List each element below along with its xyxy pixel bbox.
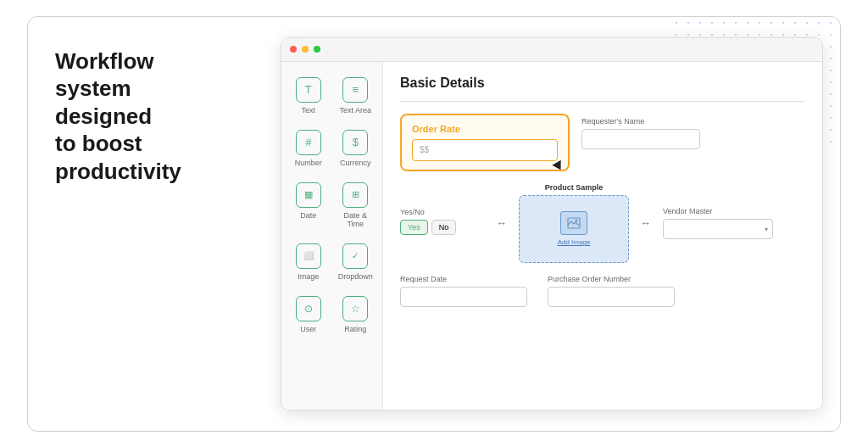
vendor-master-label: Vendor Master bbox=[663, 207, 773, 215]
sidebar-label-image: Image bbox=[298, 272, 319, 281]
number-icon: # bbox=[296, 130, 321, 155]
headline-line2: to boost productivity bbox=[55, 131, 181, 184]
sidebar-label-number: Number bbox=[295, 159, 322, 167]
yes-no-group: Yes/No Yes No bbox=[400, 208, 485, 238]
app-mockup: T Text ≡ Text Area # Number $ Currency bbox=[281, 37, 823, 411]
svg-point-1 bbox=[576, 220, 578, 222]
yes-no-label: Yes/No bbox=[400, 208, 485, 216]
no-button[interactable]: No bbox=[431, 220, 457, 235]
yes-button[interactable]: Yes bbox=[400, 220, 428, 235]
rating-icon: ☆ bbox=[342, 296, 368, 321]
requester-name-input[interactable] bbox=[581, 129, 700, 149]
window-chrome bbox=[281, 38, 822, 62]
requester-name-group: Requester's Name bbox=[581, 114, 717, 149]
image-placeholder-icon bbox=[560, 211, 587, 235]
text-icon: T bbox=[296, 77, 321, 103]
request-date-group: Request Date bbox=[400, 275, 536, 307]
order-rate-box: Order Rate $ bbox=[400, 114, 570, 171]
form-row-2: Yes/No Yes No ↔ Product Sample bbox=[400, 183, 805, 263]
chrome-minimize-dot bbox=[302, 46, 309, 53]
purchase-order-group: Purchase Order Number bbox=[548, 275, 683, 307]
sidebar-label-dropdown: Dropdown bbox=[338, 272, 373, 281]
product-sample-label: Product Sample bbox=[545, 183, 604, 192]
sidebar-item-rating[interactable]: ☆ Rating bbox=[332, 288, 380, 340]
sidebar-item-text[interactable]: T Text bbox=[285, 69, 332, 121]
sidebar-label-text: Text bbox=[301, 106, 315, 115]
chrome-maximize-dot bbox=[314, 46, 320, 53]
requester-name-label: Requester's Name bbox=[581, 117, 717, 126]
sidebar-item-user[interactable]: ⊙ User bbox=[285, 288, 332, 340]
arrow-right: ↔ bbox=[641, 217, 651, 229]
sidebar-label-user: User bbox=[300, 325, 316, 333]
sidebar-item-currency[interactable]: $ Currency bbox=[332, 121, 380, 174]
date-icon: ▦ bbox=[296, 182, 321, 208]
purchase-order-label: Purchase Order Number bbox=[548, 275, 683, 283]
sidebar-label-textarea: Text Area bbox=[339, 106, 371, 115]
order-rate-input[interactable]: $ bbox=[412, 139, 558, 161]
sidebar-item-dropdown[interactable]: ✓ Dropdown bbox=[332, 235, 380, 288]
yes-no-buttons: Yes No bbox=[400, 220, 485, 235]
sidebar-item-date[interactable]: ▦ Date bbox=[285, 174, 332, 235]
add-image-button[interactable]: Add Image bbox=[558, 238, 591, 246]
vendor-master-select[interactable] bbox=[663, 219, 773, 239]
sidebar-item-textarea[interactable]: ≡ Text Area bbox=[332, 69, 380, 121]
form-main: Basic Details Order Rate $ Requester' bbox=[383, 62, 822, 410]
form-row-3: Request Date Purchase Order Number bbox=[400, 275, 805, 307]
order-rate-label: Order Rate bbox=[412, 124, 558, 134]
right-panel: T Text ≡ Text Area # Number $ Currency bbox=[248, 17, 840, 431]
headline: Workflow system designed to boost produc… bbox=[55, 47, 221, 186]
sidebar-label-rating: Rating bbox=[344, 325, 366, 333]
request-date-input[interactable] bbox=[400, 287, 527, 307]
headline-line1: Workflow system designed bbox=[55, 48, 154, 129]
arrow-left: ↔ bbox=[497, 217, 507, 229]
currency-icon: $ bbox=[342, 130, 368, 155]
left-panel: Workflow system designed to boost produc… bbox=[28, 17, 248, 431]
vendor-master-select-wrapper: ▾ bbox=[663, 219, 773, 239]
sidebar-item-datetime[interactable]: ⊞ Date & Time bbox=[332, 174, 380, 235]
form-row-1: Order Rate $ Requester's Name bbox=[400, 114, 805, 171]
textarea-icon: ≡ bbox=[342, 77, 368, 103]
image-icon: ⬜ bbox=[296, 243, 321, 269]
datetime-icon: ⊞ bbox=[342, 182, 368, 208]
sidebar-item-number[interactable]: # Number bbox=[285, 121, 332, 174]
purchase-order-input[interactable] bbox=[548, 287, 675, 307]
form-title: Basic Details bbox=[400, 75, 805, 91]
sidebar-label-datetime: Date & Time bbox=[336, 211, 376, 228]
product-sample-group: Product Sample Add Image bbox=[519, 183, 629, 263]
form-sidebar: T Text ≡ Text Area # Number $ Currency bbox=[281, 62, 383, 410]
product-sample-box[interactable]: Add Image bbox=[519, 195, 629, 263]
sidebar-label-date: Date bbox=[300, 211, 316, 220]
chrome-close-dot bbox=[290, 46, 297, 53]
vendor-master-group: Vendor Master ▾ bbox=[663, 207, 773, 239]
outer-card: Workflow system designed to boost produc… bbox=[27, 16, 841, 432]
request-date-label: Request Date bbox=[400, 275, 536, 283]
dropdown-icon: ✓ bbox=[342, 243, 368, 269]
sidebar-label-currency: Currency bbox=[340, 159, 371, 167]
cursor-arrow bbox=[552, 159, 565, 172]
form-divider bbox=[400, 101, 805, 102]
user-icon: ⊙ bbox=[296, 296, 321, 321]
sidebar-item-image[interactable]: ⬜ Image bbox=[285, 235, 332, 288]
